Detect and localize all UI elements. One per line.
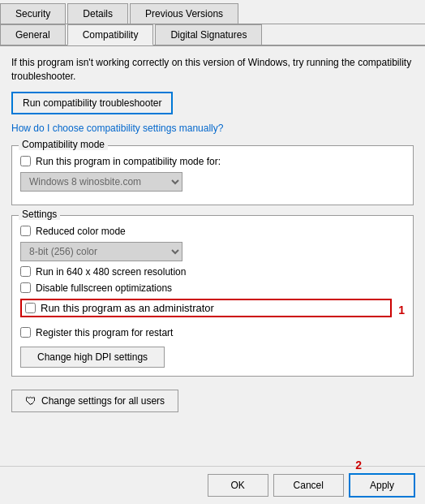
change-settings-button[interactable]: 🛡 Change settings for all users (11, 390, 178, 412)
settings-group-label: Settings (19, 209, 60, 220)
register-restart-label: Register this program for restart (36, 327, 173, 338)
resolution-label: Run in 640 x 480 screen resolution (36, 266, 186, 278)
disable-fullscreen-row: Disable fullscreen optimizations (20, 282, 405, 294)
compat-mode-checkbox-row: Run this program in compatibility mode f… (20, 156, 405, 167)
tab-security[interactable]: Security (0, 3, 66, 24)
compat-mode-dropdown[interactable]: Windows 8 winosbite.com (20, 172, 182, 192)
compat-mode-checkbox-label: Run this program in compatibility mode f… (36, 156, 221, 167)
register-restart-checkbox[interactable] (20, 327, 31, 338)
main-content: If this program isn't working correctly … (0, 46, 425, 466)
register-restart-row: Register this program for restart (20, 327, 405, 338)
tab-digital-signatures[interactable]: Digital Signatures (155, 24, 262, 45)
badge-2: 2 (355, 459, 362, 472)
change-dpi-button[interactable]: Change high DPI settings (20, 347, 165, 368)
badge-1: 1 (398, 304, 405, 317)
reduced-color-label: Reduced color mode (36, 226, 126, 237)
disable-fullscreen-checkbox[interactable] (20, 282, 31, 293)
run-troubleshooter-button[interactable]: Run compatibility troubleshooter (11, 92, 173, 114)
disable-fullscreen-label: Disable fullscreen optimizations (36, 282, 172, 294)
button-bar: 2 OK Cancel Apply (0, 466, 425, 504)
color-depth-dropdown-row: 8-bit (256) color (20, 242, 405, 261)
change-settings-label: Change settings for all users (41, 395, 165, 407)
tab-previous-versions[interactable]: Previous Versions (130, 3, 238, 24)
admin-checkbox[interactable] (25, 303, 36, 313)
intro-text: If this program isn't working correctly … (11, 56, 414, 84)
compatibility-mode-label: Compatibility mode (19, 139, 108, 150)
admin-checkbox-highlighted-row: Run this program as an administrator (20, 299, 392, 317)
ok-button[interactable]: OK (208, 474, 268, 497)
compatibility-mode-group: Compatibility mode Run this program in c… (11, 145, 414, 205)
compat-mode-checkbox[interactable] (20, 156, 31, 166)
tab-details[interactable]: Details (67, 3, 128, 24)
tab-compatibility[interactable]: Compatibility (67, 24, 154, 45)
cancel-button[interactable]: Cancel (273, 474, 344, 497)
reduced-color-checkbox[interactable] (20, 226, 31, 236)
resolution-checkbox[interactable] (20, 266, 31, 277)
resolution-row: Run in 640 x 480 screen resolution (20, 266, 405, 278)
help-link[interactable]: How do I choose compatibility settings m… (11, 123, 414, 134)
tab-general[interactable]: General (0, 24, 66, 45)
color-depth-dropdown[interactable]: 8-bit (256) color (20, 242, 182, 261)
admin-label: Run this program as an administrator (41, 302, 214, 314)
apply-button[interactable]: Apply (349, 473, 415, 498)
reduced-color-row: Reduced color mode (20, 226, 405, 237)
shield-icon: 🛡 (25, 394, 36, 407)
settings-group: Settings Reduced color mode 8-bit (256) … (11, 215, 414, 377)
compat-mode-dropdown-row: Windows 8 winosbite.com (20, 172, 405, 192)
